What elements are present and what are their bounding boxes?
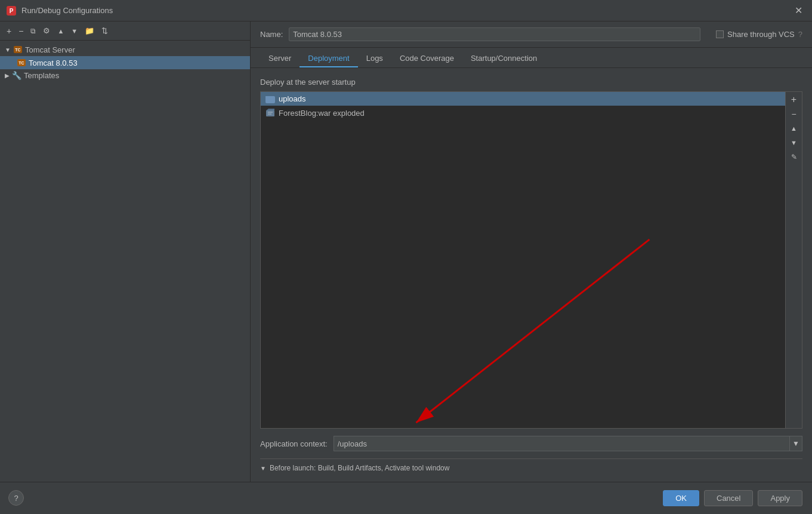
name-row: Name: Share through VCS ? — [251, 21, 812, 48]
svg-text:TC: TC — [18, 61, 24, 65]
move-up-button[interactable]: ▲ — [54, 26, 67, 36]
bottom-bar: ? OK Cancel Apply — [0, 482, 812, 514]
share-row: Share through VCS ? — [716, 30, 802, 39]
artifact-icon — [265, 108, 275, 118]
right-content-area: Deploy at the server startup uploads — [251, 68, 812, 482]
templates-item[interactable]: ▶ 🔧 Templates — [0, 69, 250, 82]
remove-config-button[interactable]: − — [16, 25, 26, 37]
tab-server[interactable]: Server — [260, 50, 300, 67]
ok-button[interactable]: OK — [663, 490, 699, 506]
move-down-button[interactable]: ▼ — [68, 26, 81, 36]
deploy-item-uploads-label: uploads — [279, 94, 306, 103]
deploy-at-startup-label: Deploy at the server startup — [260, 78, 802, 87]
tomcat-item[interactable]: TC Tomcat 8.0.53 — [0, 56, 250, 69]
svg-rect-6 — [266, 110, 274, 116]
tomcat-server-group-label: Tomcat Server — [25, 45, 75, 54]
deploy-add-button[interactable]: + — [787, 93, 801, 106]
wrench-icon: 🔧 — [12, 71, 21, 80]
name-label: Name: — [260, 30, 283, 39]
main-content: + − ⧉ ⚙ ▲ ▼ 📁 ⇅ ▼ TC — [0, 21, 812, 482]
app-context-dropdown[interactable]: ▼ — [790, 436, 802, 451]
chevron-down-icon: ▼ — [5, 47, 11, 53]
tabs-bar: Server Deployment Logs Code Coverage Sta… — [251, 48, 812, 68]
app-context-input[interactable] — [334, 436, 790, 451]
tab-startup[interactable]: Startup/Connection — [462, 50, 545, 67]
folder-icon — [265, 96, 275, 103]
tab-code-coverage[interactable]: Code Coverage — [391, 50, 462, 67]
add-config-button[interactable]: + — [4, 25, 14, 37]
deploy-down-button[interactable]: ▼ — [787, 136, 801, 149]
apply-button[interactable]: Apply — [758, 490, 802, 506]
deploy-up-button[interactable]: ▲ — [787, 122, 801, 135]
tree-area: ▼ TC Tomcat Server TC Tomcat 8.0. — [0, 41, 250, 482]
deploy-item-forestblog-label: ForestBlog:war exploded — [279, 109, 365, 118]
title-bar: P Run/Debug Configurations ✕ — [0, 0, 812, 21]
tomcat-item-icon: TC — [17, 58, 26, 67]
deploy-item-forestblog[interactable]: ForestBlog:war exploded — [261, 106, 785, 120]
title-bar-left: P Run/Debug Configurations — [6, 5, 113, 16]
tomcat-group-icon: TC — [13, 45, 23, 54]
deploy-list: uploads ForestBlog:war explod — [260, 91, 786, 429]
name-input[interactable] — [289, 27, 700, 41]
right-panel: Name: Share through VCS ? Server Deploym… — [251, 21, 812, 482]
left-panel: + − ⧉ ⚙ ▲ ▼ 📁 ⇅ ▼ TC — [0, 21, 251, 482]
tab-logs[interactable]: Logs — [358, 50, 391, 67]
deployment-content: Deploy at the server startup uploads — [251, 68, 812, 482]
share-checkbox[interactable] — [716, 30, 724, 38]
app-context-row: Application context: ▼ — [260, 436, 802, 451]
svg-marker-7 — [266, 109, 274, 110]
deploy-edit-button[interactable]: ✎ — [787, 150, 801, 164]
before-launch-label: Before launch: Build, Build Artifacts, A… — [270, 464, 450, 472]
tab-deployment[interactable]: Deployment — [300, 50, 357, 67]
folder-button[interactable]: 📁 — [82, 25, 97, 36]
ide-icon: P — [6, 5, 17, 16]
before-launch-chevron: ▼ — [260, 465, 266, 472]
tomcat-item-label: Tomcat 8.0.53 — [29, 59, 78, 67]
share-label: Share through VCS — [727, 30, 795, 39]
before-launch-header[interactable]: ▼ Before launch: Build, Build Artifacts,… — [260, 464, 802, 472]
settings-config-button[interactable]: ⚙ — [40, 25, 53, 36]
run-debug-dialog: P Run/Debug Configurations ✕ + − ⧉ ⚙ ▲ ▼… — [0, 0, 812, 514]
before-launch: ▼ Before launch: Build, Build Artifacts,… — [260, 458, 802, 472]
close-button[interactable]: ✕ — [791, 4, 806, 17]
help-button[interactable]: ? — [8, 490, 24, 506]
cancel-button[interactable]: Cancel — [704, 490, 753, 506]
help-icon[interactable]: ? — [798, 30, 802, 39]
copy-config-button[interactable]: ⧉ — [27, 26, 39, 36]
sort-button[interactable]: ⇅ — [98, 25, 111, 36]
left-toolbar: + − ⧉ ⚙ ▲ ▼ 📁 ⇅ — [0, 21, 250, 41]
dialog-title: Run/Debug Configurations — [21, 6, 113, 15]
tomcat-server-group: ▼ TC Tomcat Server TC Tomcat 8.0. — [0, 43, 250, 69]
app-context-input-wrap: ▼ — [334, 436, 802, 451]
templates-label: Templates — [24, 71, 59, 80]
deploy-remove-button[interactable]: − — [787, 107, 801, 121]
svg-text:TC: TC — [15, 48, 20, 52]
deploy-sidebar: + − ▲ ▼ ✎ — [786, 91, 802, 429]
deploy-area: uploads ForestBlog:war explod — [260, 91, 802, 429]
svg-text:P: P — [10, 8, 14, 14]
tomcat-server-group-header[interactable]: ▼ TC Tomcat Server — [0, 43, 250, 56]
deploy-item-uploads[interactable]: uploads — [261, 92, 785, 106]
app-context-label: Application context: — [260, 439, 328, 448]
chevron-right-icon: ▶ — [5, 72, 10, 79]
